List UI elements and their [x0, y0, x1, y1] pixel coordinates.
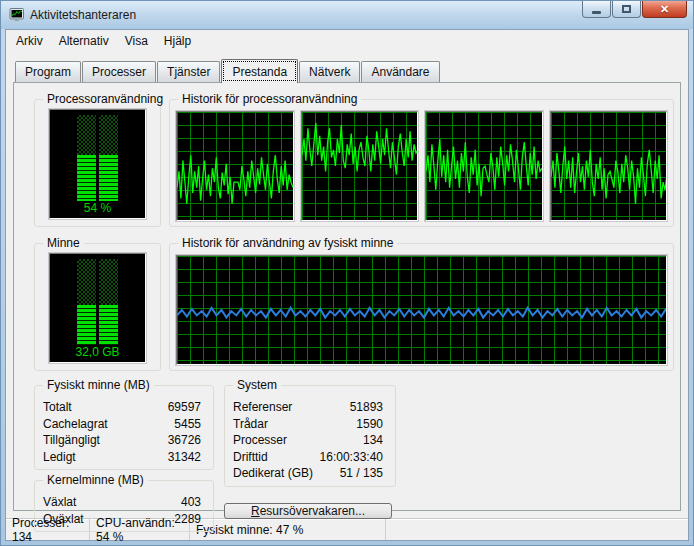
minimize-icon [592, 11, 601, 14]
memory-history-group: Historik för användning av fysiskt minne [169, 243, 674, 371]
menu-alternativ[interactable]: Alternativ [51, 32, 117, 50]
task-manager-icon [9, 7, 25, 23]
stat-row-tillgangligt: Tillgängligt36726 [43, 432, 201, 449]
stat-value: 31342 [168, 449, 201, 466]
menu-hjalp[interactable]: Hjälp [156, 32, 199, 50]
cpu-history-graph-4 [550, 111, 668, 221]
menu-visa[interactable]: Visa [117, 32, 156, 50]
stat-label: Växlat [43, 494, 76, 511]
stat-value: 36726 [168, 432, 201, 449]
close-button[interactable]: ✕ [642, 1, 687, 18]
tab-natverk[interactable]: Nätverk [299, 61, 360, 82]
stat-label: Oväxlat [43, 511, 84, 528]
cpu-meter-dim-segment [77, 115, 96, 155]
memory-meter-columns [50, 259, 145, 345]
stat-label: Totalt [43, 399, 72, 416]
cpu-row: Processoranvändning 54 % Historik för pr… [34, 93, 674, 227]
resource-monitor-button-label: Resursövervakaren... [251, 504, 365, 518]
status-filler [386, 519, 688, 540]
resource-monitor-button[interactable]: Resursövervakaren... [224, 503, 392, 519]
stat-value: 51 / 135 [340, 465, 383, 482]
menubar: Arkiv Alternativ Visa Hjälp [6, 30, 688, 52]
cpu-meter-lit-segment [99, 155, 118, 201]
stat-row-processer: Processer134 [233, 432, 383, 449]
cpu-history-group-title: Historik för processoranvändning [178, 92, 361, 106]
stat-label: Cachelagrat [43, 416, 108, 433]
stats-section: Fysiskt minne (MB) Totalt69597 Cachelagr… [34, 379, 674, 505]
tab-program[interactable]: Program [15, 61, 81, 82]
stat-value: 69597 [168, 399, 201, 416]
cpu-history-group: Historik för processoranvändning [169, 99, 674, 227]
stat-label: Dedikerat (GB) [233, 465, 313, 482]
stat-label: Drifttid [233, 449, 268, 466]
kernel-memory-group: Kernelminne (MB) Växlat403 Oväxlat2289 [34, 480, 214, 532]
cpu-usage-group-title: Processoranvändning [43, 92, 167, 106]
stat-label: Referenser [233, 399, 292, 416]
cpu-usage-meter: 54 % [49, 109, 146, 219]
window-controls: ✕ [582, 1, 687, 29]
system-title: System [233, 378, 281, 392]
memory-meter-dim-segment [99, 259, 118, 305]
stat-label: Tillgängligt [43, 432, 100, 449]
system-group: System Referenser51893 Trådar1590 Proces… [224, 385, 396, 487]
close-icon: ✕ [660, 3, 669, 16]
stat-value: 403 [181, 494, 201, 511]
stat-row-ovaxlat: Oväxlat2289 [43, 511, 201, 528]
memory-usage-meter: 32,0 GB [49, 253, 146, 363]
cpu-history-graph-2 [301, 111, 419, 221]
stat-label: Ledigt [43, 449, 76, 466]
stat-value: 16:00:33:40 [320, 449, 383, 466]
cpu-history-graph-3 [425, 111, 543, 221]
menu-arkiv[interactable]: Arkiv [8, 32, 51, 50]
tab-anvandare[interactable]: Användare [361, 61, 439, 82]
content-area: Program Processer Tjänster Prestanda Nät… [6, 52, 688, 518]
tab-processer[interactable]: Processer [82, 61, 156, 82]
stat-value: 1590 [356, 416, 383, 433]
cpu-history-graph-1 [176, 111, 294, 221]
cpu-meter-columns [50, 115, 145, 201]
stat-value: 134 [363, 432, 383, 449]
memory-history-group-title: Historik för användning av fysiskt minne [178, 236, 397, 250]
stat-label: Processer [233, 432, 287, 449]
stat-value: 5455 [174, 416, 201, 433]
memory-history-graphs [176, 255, 667, 365]
tabstrip: Program Processer Tjänster Prestanda Nät… [13, 56, 681, 82]
stat-row-tradar: Trådar1590 [233, 416, 383, 433]
physical-memory-title: Fysiskt minne (MB) [43, 378, 154, 392]
stat-row-vaxlat: Växlat403 [43, 494, 201, 511]
memory-usage-value: 32,0 GB [50, 345, 145, 360]
maximize-button[interactable] [612, 1, 641, 18]
stat-row-dedikerat: Dedikerat (GB)51 / 135 [233, 465, 383, 482]
memory-usage-group: Minne 32,0 GB [34, 243, 161, 371]
window-title: Aktivitetshanteraren [30, 8, 582, 22]
memory-meter-dim-segment [77, 259, 96, 305]
stat-value: 51893 [350, 399, 383, 416]
cpu-meter-dim-segment [99, 115, 118, 155]
stat-label: Trådar [233, 416, 268, 433]
memory-history-graph [176, 255, 667, 365]
cpu-history-graphs [176, 111, 667, 221]
status-physical-memory: Fysiskt minne: 47 % [190, 519, 386, 540]
maximize-icon [622, 5, 631, 13]
kernel-memory-title: Kernelminne (MB) [43, 473, 148, 487]
memory-meter-lit-segment [77, 305, 96, 345]
memory-meter-lit-segment [99, 305, 118, 345]
task-manager-window: Aktivitetshanteraren ✕ Arkiv Alternativ … [0, 0, 694, 546]
cpu-usage-value: 54 % [50, 201, 145, 216]
titlebar[interactable]: Aktivitetshanteraren ✕ [1, 1, 693, 29]
performance-tab-page: Processoranvändning 54 % Historik för pr… [13, 82, 681, 511]
stat-row-ledigt: Ledigt31342 [43, 449, 201, 466]
memory-usage-group-title: Minne [43, 236, 84, 250]
stat-row-totalt: Totalt69597 [43, 399, 201, 416]
client-frame: Arkiv Alternativ Visa Hjälp Program Proc… [5, 29, 689, 541]
tab-prestanda[interactable]: Prestanda [221, 59, 298, 83]
stat-row-cachelagrat: Cachelagrat5455 [43, 416, 201, 433]
minimize-button[interactable] [582, 1, 611, 18]
stat-row-referenser: Referenser51893 [233, 399, 383, 416]
tab-tjanster[interactable]: Tjänster [157, 61, 220, 82]
cpu-usage-group: Processoranvändning 54 % [34, 99, 161, 227]
stat-row-drifttid: Drifttid16:00:33:40 [233, 449, 383, 466]
memory-row: Minne 32,0 GB Historik för användning av… [34, 237, 674, 371]
cpu-meter-lit-segment [77, 155, 96, 201]
physical-memory-group: Fysiskt minne (MB) Totalt69597 Cachelagr… [34, 385, 214, 470]
